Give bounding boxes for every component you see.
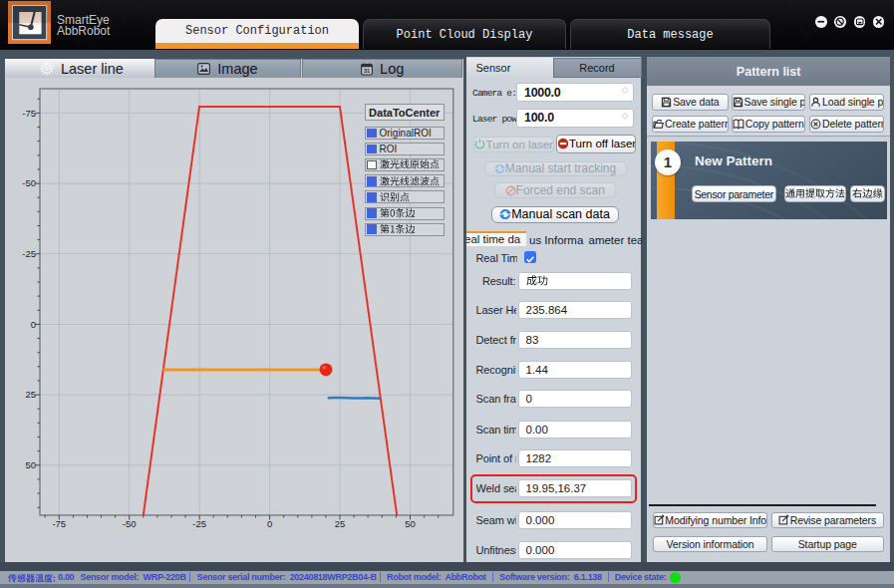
svg-text:-25: -25 xyxy=(22,248,36,259)
svg-text:-75: -75 xyxy=(52,518,66,529)
svg-text:50: 50 xyxy=(405,518,416,529)
svg-text:0: 0 xyxy=(31,319,36,330)
svg-text:25: 25 xyxy=(335,518,346,529)
svg-text:0: 0 xyxy=(267,518,272,529)
svg-text:-50: -50 xyxy=(22,177,36,188)
svg-text:-25: -25 xyxy=(192,518,206,529)
svg-text:50: 50 xyxy=(25,459,36,470)
svg-text:25: 25 xyxy=(25,389,36,400)
svg-text:-75: -75 xyxy=(22,108,36,119)
svg-text:31: 31 xyxy=(364,68,370,74)
svg-text:-50: -50 xyxy=(123,518,137,529)
